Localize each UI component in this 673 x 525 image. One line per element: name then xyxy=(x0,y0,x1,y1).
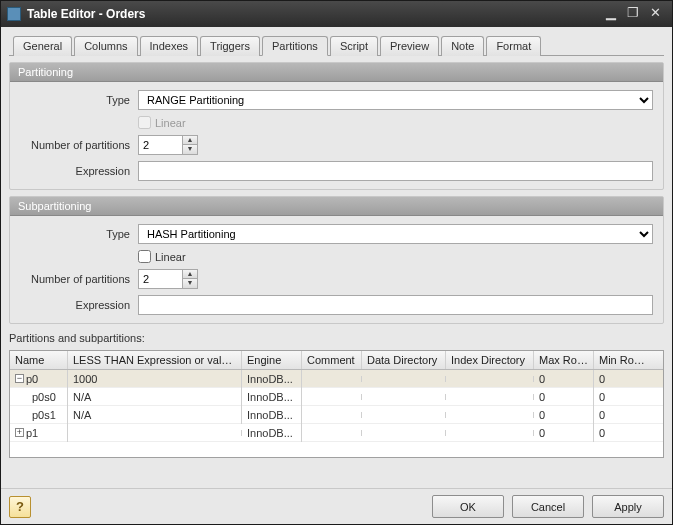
grid-header: Name LESS THAN Expression or values list… xyxy=(10,351,663,370)
cell-name: p0s1 xyxy=(32,409,56,421)
col-data-dir[interactable]: Data Directory xyxy=(362,351,446,369)
ok-button[interactable]: OK xyxy=(432,495,504,518)
subpartitioning-num-label: Number of partitions xyxy=(20,273,138,285)
tab-preview[interactable]: Preview xyxy=(380,36,439,56)
subpartitioning-num-spinner[interactable]: ▲▼ xyxy=(138,269,198,289)
col-max-rows[interactable]: Max Rows xyxy=(534,351,594,369)
cell-name: p0s0 xyxy=(32,391,56,403)
cell-data-dir xyxy=(362,412,446,418)
table-row[interactable]: p0s0N/AInnoDB...00 xyxy=(10,388,663,406)
partitioning-num-input[interactable] xyxy=(138,135,182,155)
partitioning-num-spinner[interactable]: ▲▼ xyxy=(138,135,198,155)
col-comment[interactable]: Comment xyxy=(302,351,362,369)
cell-name: p0 xyxy=(26,373,38,385)
spin-down-icon[interactable]: ▼ xyxy=(183,279,197,288)
partitioning-expr-label: Expression xyxy=(20,165,138,177)
subpartitioning-group: Subpartitioning Type HASH Partitioning L… xyxy=(9,196,664,324)
cell-comment xyxy=(302,376,362,382)
minimize-button[interactable]: ▁ xyxy=(600,6,622,22)
window-title: Table Editor - Orders xyxy=(27,7,600,21)
subpartitioning-type-select[interactable]: HASH Partitioning xyxy=(138,224,653,244)
table-row[interactable]: p0s1N/AInnoDB...00 xyxy=(10,406,663,424)
cell-min-rows: 0 xyxy=(594,370,652,388)
partitioning-expr-input[interactable] xyxy=(138,161,653,181)
subpartitioning-expr-input[interactable] xyxy=(138,295,653,315)
subpartitioning-linear-input[interactable] xyxy=(138,250,151,263)
cell-min-rows: 0 xyxy=(594,388,652,406)
cell-comment xyxy=(302,430,362,436)
partitions-grid[interactable]: Name LESS THAN Expression or values list… xyxy=(9,350,664,458)
subpartitioning-type-label: Type xyxy=(20,228,138,240)
tab-triggers[interactable]: Triggers xyxy=(200,36,260,56)
col-min-rows[interactable]: Min Rows xyxy=(594,351,652,369)
tab-columns[interactable]: Columns xyxy=(74,36,137,56)
window: Table Editor - Orders ▁ ❐ ✕ General Colu… xyxy=(0,0,673,525)
cancel-button[interactable]: Cancel xyxy=(512,495,584,518)
tab-format[interactable]: Format xyxy=(486,36,541,56)
cell-engine: InnoDB... xyxy=(242,370,302,388)
partitioning-group: Partitioning Type RANGE Partitioning Lin… xyxy=(9,62,664,190)
close-button[interactable]: ✕ xyxy=(644,6,666,22)
cell-comment xyxy=(302,412,362,418)
cell-data-dir xyxy=(362,430,446,436)
cell-max-rows: 0 xyxy=(534,424,594,442)
help-button[interactable]: ? xyxy=(9,496,31,518)
partitioning-header: Partitioning xyxy=(10,63,663,82)
cell-engine: InnoDB... xyxy=(242,424,302,442)
table-row[interactable]: +p1InnoDB...00 xyxy=(10,424,663,442)
partitioning-num-label: Number of partitions xyxy=(20,139,138,151)
spin-up-icon[interactable]: ▲ xyxy=(183,136,197,145)
restore-button[interactable]: ❐ xyxy=(622,6,644,22)
cell-index-dir xyxy=(446,376,534,382)
footer: ? OK Cancel Apply xyxy=(1,488,672,524)
cell-data-dir xyxy=(362,394,446,400)
tab-note[interactable]: Note xyxy=(441,36,484,56)
subpartitioning-linear-label: Linear xyxy=(155,251,186,263)
cell-comment xyxy=(302,394,362,400)
cell-data-dir xyxy=(362,376,446,382)
titlebar: Table Editor - Orders ▁ ❐ ✕ xyxy=(1,1,672,27)
grid-body: −p01000InnoDB...00p0s0N/AInnoDB...00p0s1… xyxy=(10,370,663,442)
partitioning-linear-input xyxy=(138,116,151,129)
tab-script[interactable]: Script xyxy=(330,36,378,56)
content: General Columns Indexes Triggers Partiti… xyxy=(1,27,672,488)
cell-less-than: N/A xyxy=(68,388,242,406)
col-less-than[interactable]: LESS THAN Expression or values list xyxy=(68,351,242,369)
cell-less-than: 1000 xyxy=(68,370,242,388)
table-icon xyxy=(7,7,21,21)
tree-expand-icon[interactable]: + xyxy=(15,428,24,437)
cell-max-rows: 0 xyxy=(534,388,594,406)
tab-partitions[interactable]: Partitions xyxy=(262,36,328,56)
cell-min-rows: 0 xyxy=(594,406,652,424)
cell-less-than: N/A xyxy=(68,406,242,424)
cell-engine: InnoDB... xyxy=(242,388,302,406)
cell-name: p1 xyxy=(26,427,38,439)
col-index-dir[interactable]: Index Directory xyxy=(446,351,534,369)
tree-collapse-icon[interactable]: − xyxy=(15,374,24,383)
subpartitioning-linear-checkbox[interactable]: Linear xyxy=(138,250,186,263)
subpartitioning-num-input[interactable] xyxy=(138,269,182,289)
partitioning-linear-label: Linear xyxy=(155,117,186,129)
partitioning-type-label: Type xyxy=(20,94,138,106)
subpartitioning-header: Subpartitioning xyxy=(10,197,663,216)
cell-max-rows: 0 xyxy=(534,406,594,424)
cell-index-dir xyxy=(446,412,534,418)
table-row[interactable]: −p01000InnoDB...00 xyxy=(10,370,663,388)
tab-bar: General Columns Indexes Triggers Partiti… xyxy=(9,35,664,56)
tab-general[interactable]: General xyxy=(13,36,72,56)
spin-down-icon[interactable]: ▼ xyxy=(183,145,197,154)
col-name[interactable]: Name xyxy=(10,351,68,369)
partitioning-type-select[interactable]: RANGE Partitioning xyxy=(138,90,653,110)
apply-button[interactable]: Apply xyxy=(592,495,664,518)
cell-index-dir xyxy=(446,430,534,436)
subpartitioning-expr-label: Expression xyxy=(20,299,138,311)
col-engine[interactable]: Engine xyxy=(242,351,302,369)
tab-indexes[interactable]: Indexes xyxy=(140,36,199,56)
cell-less-than xyxy=(68,430,242,436)
cell-engine: InnoDB... xyxy=(242,406,302,424)
spin-up-icon[interactable]: ▲ xyxy=(183,270,197,279)
cell-min-rows: 0 xyxy=(594,424,652,442)
cell-max-rows: 0 xyxy=(534,370,594,388)
grid-title: Partitions and subpartitions: xyxy=(9,332,664,344)
cell-index-dir xyxy=(446,394,534,400)
